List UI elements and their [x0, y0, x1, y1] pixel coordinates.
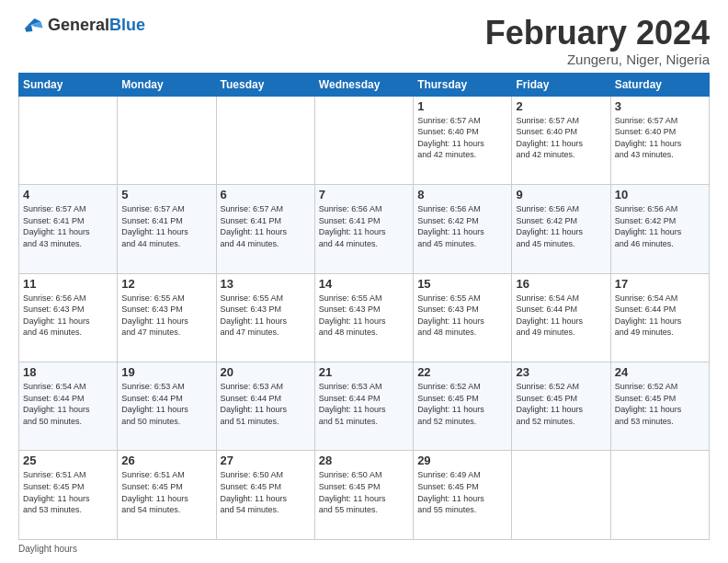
- day-number: 24: [615, 365, 705, 379]
- day-number: 8: [417, 188, 507, 201]
- day-info: Sunrise: 6:54 AM Sunset: 6:44 PM Dayligh…: [615, 293, 705, 339]
- calendar-day-cell: 15Sunrise: 6:55 AM Sunset: 6:43 PM Dayli…: [414, 273, 512, 362]
- calendar-subtitle: Zungeru, Niger, Nigeria: [485, 52, 710, 67]
- day-number: 18: [23, 365, 113, 379]
- day-info: Sunrise: 6:57 AM Sunset: 6:40 PM Dayligh…: [516, 115, 606, 161]
- day-number: 6: [221, 188, 311, 201]
- day-number: 22: [417, 365, 507, 379]
- calendar-day-cell: 7Sunrise: 6:56 AM Sunset: 6:41 PM Daylig…: [314, 185, 413, 273]
- day-info: Sunrise: 6:53 AM Sunset: 6:44 PM Dayligh…: [221, 381, 311, 427]
- day-number: 26: [121, 454, 211, 467]
- calendar-day-cell: [610, 451, 709, 540]
- footer-note: Daylight hours: [18, 544, 710, 554]
- day-number: 1: [417, 99, 507, 113]
- calendar-day-cell: 21Sunrise: 6:53 AM Sunset: 6:44 PM Dayli…: [314, 362, 413, 451]
- day-info: Sunrise: 6:51 AM Sunset: 6:45 PM Dayligh…: [121, 469, 211, 515]
- calendar-day-cell: 18Sunrise: 6:54 AM Sunset: 6:44 PM Dayli…: [19, 362, 118, 451]
- header-day: Wednesday: [314, 73, 413, 96]
- logo: GeneralBlue: [18, 15, 145, 35]
- day-info: Sunrise: 6:57 AM Sunset: 6:40 PM Dayligh…: [417, 115, 507, 161]
- calendar-day-cell: 3Sunrise: 6:57 AM Sunset: 6:40 PM Daylig…: [610, 96, 709, 184]
- day-number: 25: [23, 454, 113, 467]
- header-day: Friday: [512, 73, 610, 96]
- calendar-table: SundayMondayTuesdayWednesdayThursdayFrid…: [18, 73, 710, 540]
- title-section: February 2024 Zungeru, Niger, Nigeria: [485, 15, 710, 67]
- calendar-week-row: 11Sunrise: 6:56 AM Sunset: 6:43 PM Dayli…: [19, 273, 710, 362]
- calendar-day-cell: 25Sunrise: 6:51 AM Sunset: 6:45 PM Dayli…: [19, 451, 118, 540]
- day-info: Sunrise: 6:57 AM Sunset: 6:40 PM Dayligh…: [615, 115, 705, 161]
- day-number: 28: [319, 454, 409, 467]
- day-number: 5: [121, 188, 211, 201]
- calendar-day-cell: 4Sunrise: 6:57 AM Sunset: 6:41 PM Daylig…: [19, 185, 118, 273]
- day-info: Sunrise: 6:57 AM Sunset: 6:41 PM Dayligh…: [121, 203, 211, 249]
- logo-blue: Blue: [109, 16, 145, 34]
- day-number: 2: [516, 99, 606, 113]
- day-number: 27: [221, 454, 311, 467]
- calendar-day-cell: 28Sunrise: 6:50 AM Sunset: 6:45 PM Dayli…: [314, 451, 413, 540]
- day-info: Sunrise: 6:55 AM Sunset: 6:43 PM Dayligh…: [319, 293, 409, 339]
- day-info: Sunrise: 6:56 AM Sunset: 6:42 PM Dayligh…: [615, 203, 705, 249]
- calendar-day-cell: 19Sunrise: 6:53 AM Sunset: 6:44 PM Dayli…: [118, 362, 216, 451]
- day-info: Sunrise: 6:52 AM Sunset: 6:45 PM Dayligh…: [417, 381, 507, 427]
- day-number: 16: [516, 277, 606, 291]
- day-number: 9: [516, 188, 606, 201]
- day-info: Sunrise: 6:57 AM Sunset: 6:41 PM Dayligh…: [221, 203, 311, 249]
- calendar-week-row: 18Sunrise: 6:54 AM Sunset: 6:44 PM Dayli…: [19, 362, 710, 451]
- day-number: 15: [417, 277, 507, 291]
- day-info: Sunrise: 6:56 AM Sunset: 6:42 PM Dayligh…: [417, 203, 507, 249]
- day-number: 21: [319, 365, 409, 379]
- day-info: Sunrise: 6:54 AM Sunset: 6:44 PM Dayligh…: [23, 381, 113, 427]
- calendar-day-cell: 6Sunrise: 6:57 AM Sunset: 6:41 PM Daylig…: [216, 185, 314, 273]
- calendar-title: February 2024: [485, 15, 710, 52]
- day-number: 12: [121, 277, 211, 291]
- day-info: Sunrise: 6:57 AM Sunset: 6:41 PM Dayligh…: [23, 203, 113, 249]
- day-number: 23: [516, 365, 606, 379]
- calendar-day-cell: 12Sunrise: 6:55 AM Sunset: 6:43 PM Dayli…: [118, 273, 216, 362]
- header-day: Thursday: [414, 73, 512, 96]
- calendar-day-cell: 23Sunrise: 6:52 AM Sunset: 6:45 PM Dayli…: [512, 362, 610, 451]
- logo-general: General: [48, 16, 109, 34]
- day-info: Sunrise: 6:53 AM Sunset: 6:44 PM Dayligh…: [319, 381, 409, 427]
- day-info: Sunrise: 6:56 AM Sunset: 6:43 PM Dayligh…: [23, 293, 113, 339]
- calendar-day-cell: 17Sunrise: 6:54 AM Sunset: 6:44 PM Dayli…: [610, 273, 709, 362]
- day-info: Sunrise: 6:54 AM Sunset: 6:44 PM Dayligh…: [516, 293, 606, 339]
- calendar-week-row: 4Sunrise: 6:57 AM Sunset: 6:41 PM Daylig…: [19, 185, 710, 273]
- day-number: 13: [221, 277, 311, 291]
- header-day: Tuesday: [216, 73, 314, 96]
- page: GeneralBlue February 2024 Zungeru, Niger…: [0, 0, 728, 563]
- calendar-day-cell: 20Sunrise: 6:53 AM Sunset: 6:44 PM Dayli…: [216, 362, 314, 451]
- calendar-week-row: 1Sunrise: 6:57 AM Sunset: 6:40 PM Daylig…: [19, 96, 710, 184]
- calendar-day-cell: 5Sunrise: 6:57 AM Sunset: 6:41 PM Daylig…: [118, 185, 216, 273]
- day-info: Sunrise: 6:53 AM Sunset: 6:44 PM Dayligh…: [121, 381, 211, 427]
- calendar-body: 1Sunrise: 6:57 AM Sunset: 6:40 PM Daylig…: [19, 96, 710, 539]
- day-info: Sunrise: 6:51 AM Sunset: 6:45 PM Dayligh…: [23, 469, 113, 515]
- calendar-day-cell: [216, 96, 314, 184]
- day-info: Sunrise: 6:52 AM Sunset: 6:45 PM Dayligh…: [516, 381, 606, 427]
- calendar-day-cell: 13Sunrise: 6:55 AM Sunset: 6:43 PM Dayli…: [216, 273, 314, 362]
- day-info: Sunrise: 6:56 AM Sunset: 6:42 PM Dayligh…: [516, 203, 606, 249]
- day-number: 19: [121, 365, 211, 379]
- day-number: 14: [319, 277, 409, 291]
- calendar-day-cell: 27Sunrise: 6:50 AM Sunset: 6:45 PM Dayli…: [216, 451, 314, 540]
- logo-bird-icon: [18, 15, 44, 35]
- header: GeneralBlue February 2024 Zungeru, Niger…: [18, 15, 710, 67]
- day-number: 29: [417, 454, 507, 467]
- day-number: 10: [615, 188, 705, 201]
- calendar-day-cell: [19, 96, 118, 184]
- calendar-day-cell: 14Sunrise: 6:55 AM Sunset: 6:43 PM Dayli…: [314, 273, 413, 362]
- calendar-day-cell: 11Sunrise: 6:56 AM Sunset: 6:43 PM Dayli…: [19, 273, 118, 362]
- calendar-week-row: 25Sunrise: 6:51 AM Sunset: 6:45 PM Dayli…: [19, 451, 710, 540]
- calendar-day-cell: 8Sunrise: 6:56 AM Sunset: 6:42 PM Daylig…: [414, 185, 512, 273]
- day-number: 11: [23, 277, 113, 291]
- calendar-day-cell: 16Sunrise: 6:54 AM Sunset: 6:44 PM Dayli…: [512, 273, 610, 362]
- calendar-day-cell: 10Sunrise: 6:56 AM Sunset: 6:42 PM Dayli…: [610, 185, 709, 273]
- calendar-day-cell: 2Sunrise: 6:57 AM Sunset: 6:40 PM Daylig…: [512, 96, 610, 184]
- calendar-day-cell: [314, 96, 413, 184]
- day-info: Sunrise: 6:55 AM Sunset: 6:43 PM Dayligh…: [221, 293, 311, 339]
- day-info: Sunrise: 6:50 AM Sunset: 6:45 PM Dayligh…: [221, 469, 311, 515]
- day-number: 4: [23, 188, 113, 201]
- calendar-header: SundayMondayTuesdayWednesdayThursdayFrid…: [19, 73, 710, 96]
- calendar-day-cell: [118, 96, 216, 184]
- logo-text: GeneralBlue: [48, 16, 145, 35]
- day-number: 7: [319, 188, 409, 201]
